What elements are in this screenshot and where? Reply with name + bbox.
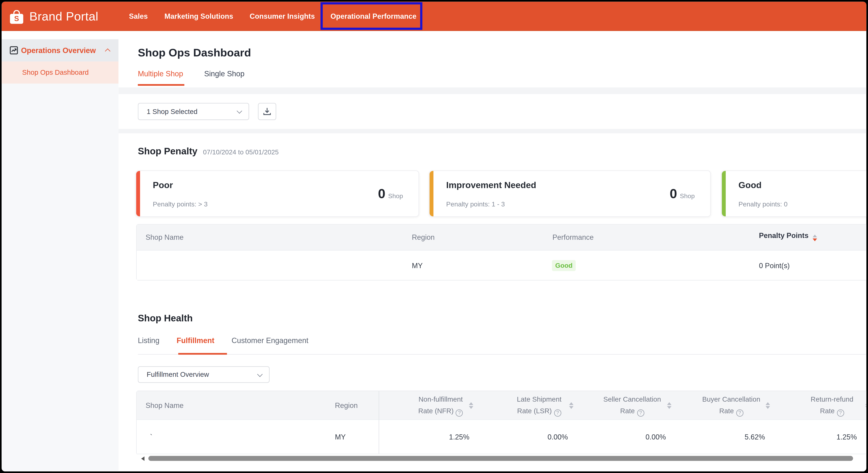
fulfillment-table-row: ` MY 1.25% 0.00% 0.00% 5.62% 1.25% xyxy=(137,420,866,454)
fulfillment-table: Shop Name Region Non-fulfillmentRate (NF… xyxy=(136,391,866,455)
sort-icon[interactable] xyxy=(667,400,671,411)
shop-health-heading: Shop Health xyxy=(138,313,193,324)
section-divider xyxy=(119,87,866,94)
download-icon xyxy=(263,107,271,115)
scroll-left-arrow-icon[interactable] xyxy=(141,457,145,461)
penalty-card-good: Good Penalty points: 0 xyxy=(721,170,866,217)
shopee-bag-icon: S xyxy=(10,9,23,24)
col-lsr[interactable]: Late ShipmentRate (LSR)? xyxy=(487,394,592,417)
page-title: Shop Ops Dashboard xyxy=(138,46,251,59)
shop-penalty-date-range: 07/10/2024 to 05/01/2025 xyxy=(203,148,279,156)
card-accent-bar xyxy=(136,171,140,216)
metric-selector-value: Fulfillment Overview xyxy=(147,371,209,378)
help-icon[interactable]: ? xyxy=(837,409,844,416)
sidebar: Operations Overview Shop Ops Dashboard xyxy=(2,31,118,471)
tab-fulfillment[interactable]: Fulfillment xyxy=(177,336,214,345)
sort-icon[interactable] xyxy=(569,400,574,411)
tab-customer-engagement[interactable]: Customer Engagement xyxy=(231,336,309,345)
penalty-table: Shop Name Region Performance Penalty Poi… xyxy=(136,224,866,280)
nav-item-sales[interactable]: Sales xyxy=(129,2,148,31)
brand-logo[interactable]: S Brand Portal xyxy=(10,2,98,31)
card-points-label: Penalty points: 1 - 3 xyxy=(446,200,505,208)
tab-multiple-shop[interactable]: Multiple Shop xyxy=(138,70,183,78)
cell-region: MY xyxy=(335,433,346,441)
help-icon[interactable]: ? xyxy=(637,409,644,416)
sidebar-item-shop-ops-dashboard[interactable]: Shop Ops Dashboard xyxy=(2,61,118,83)
fixed-column-divider xyxy=(378,391,379,454)
sidebar-spacer xyxy=(2,31,118,39)
tabs-divider-line xyxy=(138,354,866,355)
main-content: Shop Ops Dashboard Multiple Shop Single … xyxy=(119,31,866,471)
horizontal-scrollbar-thumb[interactable] xyxy=(148,456,853,461)
active-tab-underline xyxy=(178,353,227,354)
shop-penalty-header: Shop Penalty07/10/2024 to 05/01/2025 xyxy=(138,146,279,157)
col-region: Region xyxy=(412,233,435,241)
app-window: S Brand Portal Sales Marketing Solutions… xyxy=(2,2,866,471)
help-icon[interactable]: ? xyxy=(736,409,743,416)
col-region: Region xyxy=(335,401,358,409)
tab-listing[interactable]: Listing xyxy=(138,336,160,345)
col-performance: Performance xyxy=(552,233,594,241)
sort-icon xyxy=(812,232,817,243)
sort-icon[interactable] xyxy=(865,400,866,411)
card-count: 0Shop xyxy=(378,186,403,202)
sidebar-group-operations-overview[interactable]: Operations Overview xyxy=(2,39,118,61)
help-icon[interactable]: ? xyxy=(456,409,463,416)
horizontal-scrollbar[interactable] xyxy=(137,454,866,463)
penalty-card-poor: Poor Penalty points: > 3 0Shop xyxy=(135,170,419,217)
col-shop-name: Shop Name xyxy=(146,401,184,409)
chevron-down-icon xyxy=(257,371,263,377)
col-penalty-points-sort[interactable]: Penalty Points xyxy=(759,231,817,243)
card-points-label: Penalty points: > 3 xyxy=(153,200,208,208)
tab-single-shop[interactable]: Single Shop xyxy=(204,70,244,78)
sort-icon[interactable] xyxy=(469,400,473,411)
screenshot-root: S Brand Portal Sales Marketing Solutions… xyxy=(0,0,868,473)
card-count: 0Shop xyxy=(670,186,695,202)
shop-health-tabs: Listing Fulfillment Customer Engagement xyxy=(138,336,309,345)
cell-nfr: 1.25% xyxy=(403,433,469,441)
metric-selector-dropdown[interactable]: Fulfillment Overview xyxy=(138,366,270,383)
card-accent-bar xyxy=(722,171,726,216)
col-return-refund[interactable]: Return-refundRate? xyxy=(779,394,866,417)
fulfillment-table-header: Shop Name Region Non-fulfillmentRate (NF… xyxy=(137,391,866,420)
shop-scope-tabs: Multiple Shop Single Shop xyxy=(138,70,245,78)
penalty-table-row: MY Good 0 Point(s) xyxy=(137,250,866,280)
performance-badge: Good xyxy=(552,260,576,271)
card-points-label: Penalty points: 0 xyxy=(738,200,787,208)
sort-icon[interactable] xyxy=(766,400,770,411)
sidebar-group-label: Operations Overview xyxy=(21,46,96,55)
cell-lsr: 0.00% xyxy=(501,433,568,441)
nav-item-consumer-insights[interactable]: Consumer Insights xyxy=(250,2,315,31)
card-title: Good xyxy=(738,180,762,191)
chart-icon xyxy=(9,46,18,57)
cell-region: MY xyxy=(412,261,423,269)
penalty-table-header: Shop Name Region Performance Penalty Poi… xyxy=(137,225,866,250)
cell-shop-name: ` xyxy=(150,433,152,441)
cell-return-refund: 1.25% xyxy=(790,433,857,441)
cell-seller-cancellation: 0.00% xyxy=(599,433,666,441)
nav-item-marketing-solutions[interactable]: Marketing Solutions xyxy=(164,2,233,31)
sidebar-item-label: Shop Ops Dashboard xyxy=(22,69,89,76)
chevron-up-icon xyxy=(105,48,111,54)
card-title: Improvement Needed xyxy=(446,180,536,191)
shop-selector-dropdown[interactable]: 1 Shop Selected xyxy=(138,103,249,120)
col-shop-name: Shop Name xyxy=(146,233,184,241)
top-navbar: S Brand Portal Sales Marketing Solutions… xyxy=(2,2,866,31)
download-button[interactable] xyxy=(258,103,276,120)
shop-penalty-heading: Shop Penalty xyxy=(138,146,197,157)
card-title: Poor xyxy=(153,180,173,191)
shop-selector-value: 1 Shop Selected xyxy=(147,108,197,115)
brand-name: Brand Portal xyxy=(29,9,98,24)
chevron-down-icon xyxy=(237,108,242,114)
help-icon[interactable]: ? xyxy=(554,409,561,416)
highlight-box xyxy=(320,2,422,30)
active-tab-underline xyxy=(138,84,184,86)
card-accent-bar xyxy=(430,171,434,216)
section-divider xyxy=(119,129,866,133)
cell-buyer-cancellation: 5.62% xyxy=(699,433,765,441)
cell-penalty-points: 0 Point(s) xyxy=(759,261,790,269)
col-nfr[interactable]: Non-fulfillmentRate (NFR)? xyxy=(388,394,493,417)
penalty-card-improvement-needed: Improvement Needed Penalty points: 1 - 3… xyxy=(429,170,711,217)
